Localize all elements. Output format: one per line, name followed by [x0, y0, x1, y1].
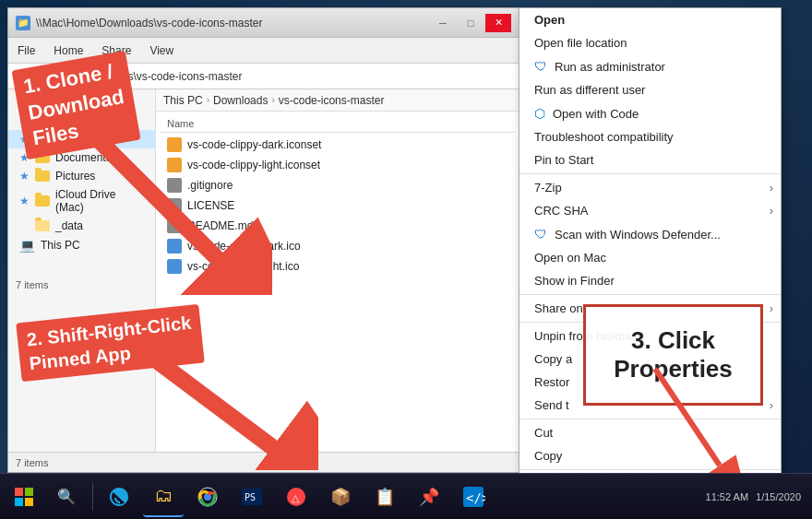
- menu-item-label: Pin to Start: [534, 153, 593, 167]
- vscode-taskbar-button[interactable]: </>: [453, 477, 494, 517]
- menu-item-label: Run as different user: [534, 83, 645, 97]
- menu-separator: [519, 173, 781, 174]
- svg-text:</>: </>: [466, 490, 485, 505]
- menu-item-label: Scan with Windows Defender...: [555, 228, 721, 242]
- menu-separator: [519, 294, 781, 295]
- menu-item-show-in-finder[interactable]: Show in Finder: [519, 269, 781, 292]
- svg-line-3: [97, 138, 217, 258]
- menu-item-label: Cut: [534, 426, 553, 440]
- chrome-button[interactable]: [187, 477, 228, 517]
- menu-item-label: Share on: [534, 301, 583, 315]
- menu-item-label: Run as administrator: [555, 60, 665, 74]
- maximize-button[interactable]: □: [458, 14, 484, 32]
- menu-item-open-file-location[interactable]: Open file location: [519, 31, 781, 54]
- menu-item-run-as-admin[interactable]: 🛡 Run as administrator: [519, 54, 781, 78]
- submenu-arrow-icon: ›: [770, 301, 773, 315]
- taskbar-time: 11:52 AM: [706, 491, 748, 502]
- svg-line-1: [655, 369, 720, 466]
- menu-item-7zip[interactable]: 7-Zip ›: [519, 176, 781, 199]
- menu-item-open-on-mac[interactable]: Open on Mac: [519, 246, 781, 269]
- shield-icon: 🛡: [534, 59, 547, 74]
- app1-button[interactable]: 📦: [320, 477, 361, 517]
- breadcrumb-folder[interactable]: vs-code-icons-master: [279, 94, 385, 107]
- edge-icon[interactable]: [99, 477, 139, 517]
- menu-item-open[interactable]: Open: [519, 8, 781, 31]
- window-title: \\Mac\Home\Downloads\vs-code-icons-maste…: [36, 17, 430, 29]
- submenu-arrow-icon: ›: [770, 398, 773, 412]
- vscode-icon: ⬡: [534, 106, 545, 121]
- app2-button[interactable]: 📋: [364, 477, 405, 517]
- file-explorer-button[interactable]: 🗂: [143, 477, 184, 517]
- defender-icon: 🛡: [534, 227, 547, 242]
- menu-item-label: 7-Zip: [534, 181, 562, 195]
- github-button[interactable]: △: [276, 477, 316, 517]
- taskbar: 🔍 🗂 PS: [0, 473, 812, 519]
- explorer-icon: 📁: [16, 16, 30, 30]
- desktop: 📁 \\Mac\Home\Downloads\vs-code-icons-mas…: [0, 0, 812, 519]
- menu-item-label: CRC SHA: [534, 204, 589, 218]
- menu-item-label: Copy a: [534, 352, 572, 366]
- annotation-text-2: 2. Shift-Right-ClickPinned App: [26, 313, 192, 373]
- submenu-arrow-icon: ›: [770, 181, 773, 195]
- svg-text:△: △: [292, 492, 300, 503]
- menu-item-open-with-code[interactable]: ⬡ Open with Code: [519, 101, 781, 125]
- menu-item-pin-to-start[interactable]: Pin to Start: [519, 148, 781, 171]
- menu-item-label: Open: [534, 13, 565, 27]
- powershell-button[interactable]: PS: [232, 477, 272, 517]
- menu-item-label: Open file location: [534, 36, 627, 50]
- menu-item-label: Troubleshoot compatibility: [534, 130, 674, 144]
- app3-button[interactable]: 📌: [409, 477, 449, 517]
- menu-item-label: Open on Mac: [534, 251, 606, 265]
- close-button[interactable]: ✕: [485, 14, 511, 32]
- title-bar-controls: ─ □ ✕: [430, 14, 511, 32]
- svg-text:PS: PS: [245, 492, 256, 502]
- arrow-properties: [637, 360, 766, 479]
- menu-item-scan-defender[interactable]: 🛡 Scan with Windows Defender...: [519, 222, 781, 246]
- taskbar-right: 11:52 AM 1/15/2020: [706, 491, 808, 502]
- menu-item-label: Restor: [534, 375, 569, 389]
- start-button[interactable]: [4, 477, 44, 517]
- windows-logo-icon: [15, 488, 33, 506]
- menu-item-label: Open with Code: [553, 107, 639, 121]
- title-bar: 📁 \\Mac\Home\Downloads\vs-code-icons-mas…: [8, 8, 519, 38]
- menu-item-label: Show in Finder: [534, 274, 615, 288]
- menu-item-label: Copy: [534, 449, 562, 463]
- menu-item-crc-sha[interactable]: CRC SHA ›: [519, 199, 781, 222]
- annotation-text-1: 1. Clone / DownloadFiles: [22, 59, 126, 150]
- menu-item-run-as-different-user[interactable]: Run as different user: [519, 78, 781, 101]
- taskbar-separator: [92, 483, 93, 511]
- taskbar-date: 1/15/2020: [756, 491, 801, 502]
- file-explorer-icon: 🗂: [154, 485, 173, 506]
- minimize-button[interactable]: ─: [430, 14, 456, 32]
- search-button[interactable]: 🔍: [46, 477, 87, 517]
- submenu-arrow-icon: ›: [770, 204, 773, 218]
- menu-item-label: Send t: [534, 398, 569, 412]
- menu-item-troubleshoot[interactable]: Troubleshoot compatibility: [519, 125, 781, 148]
